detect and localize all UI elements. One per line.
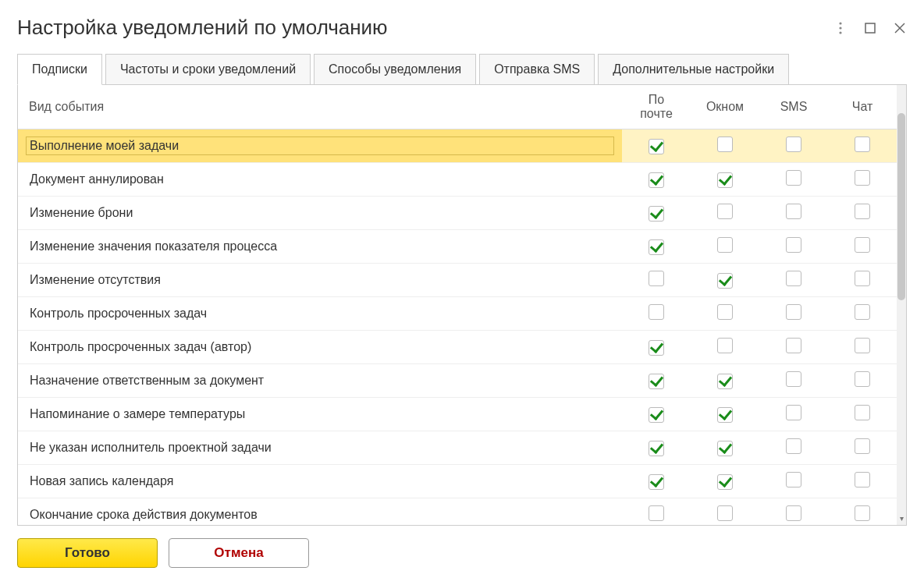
sms-checkbox[interactable]: [786, 472, 801, 488]
header-event[interactable]: Вид события: [18, 85, 622, 129]
window-checkbox[interactable]: [717, 407, 733, 423]
footer: Готово Отмена: [17, 538, 907, 568]
close-icon[interactable]: [893, 21, 907, 35]
window-checkbox[interactable]: [717, 172, 733, 188]
header-email[interactable]: По почте: [622, 85, 691, 129]
email-checkbox[interactable]: [649, 340, 664, 356]
sms-checkbox[interactable]: [786, 271, 801, 286]
window-checkbox[interactable]: [717, 304, 733, 320]
tab-4[interactable]: Дополнительные настройки: [598, 54, 789, 84]
chat-checkbox[interactable]: [855, 204, 870, 219]
maximize-icon[interactable]: [863, 21, 877, 35]
scrollbar-thumb[interactable]: [897, 113, 905, 300]
email-checkbox[interactable]: [649, 239, 664, 255]
table-row[interactable]: Окончание срока действия документов: [18, 498, 897, 526]
sms-checkbox[interactable]: [786, 338, 801, 353]
tab-0[interactable]: Подписки: [17, 54, 102, 85]
chat-checkbox[interactable]: [855, 170, 870, 186]
sms-checkbox[interactable]: [786, 405, 801, 420]
email-checkbox[interactable]: [649, 407, 664, 423]
window-checkbox[interactable]: [717, 474, 733, 490]
email-checkbox[interactable]: [649, 271, 664, 286]
tab-1[interactable]: Частоты и сроки уведомлений: [105, 54, 311, 84]
header-sms[interactable]: SMS: [759, 85, 828, 129]
header-chat[interactable]: Чат: [828, 85, 897, 129]
chat-checkbox[interactable]: [855, 438, 870, 454]
email-checkbox[interactable]: [649, 139, 664, 154]
table-row[interactable]: Напоминание о замере температуры: [18, 398, 897, 431]
email-checkbox[interactable]: [649, 374, 664, 389]
window-checkbox[interactable]: [717, 204, 733, 219]
ok-button[interactable]: Готово: [17, 538, 158, 568]
table-row[interactable]: Новая запись календаря: [18, 465, 897, 498]
email-checkbox[interactable]: [649, 505, 664, 521]
window-cell: [691, 364, 759, 398]
sms-checkbox[interactable]: [786, 170, 801, 186]
chat-checkbox[interactable]: [855, 304, 870, 320]
window-checkbox[interactable]: [717, 441, 733, 456]
table-row[interactable]: Документ аннулирован: [18, 163, 897, 197]
window-checkbox[interactable]: [717, 237, 733, 253]
scrollbar-down-arrow[interactable]: ▾: [897, 512, 906, 523]
event-cell[interactable]: Напоминание о замере температуры: [18, 398, 622, 431]
sms-checkbox[interactable]: [786, 371, 801, 387]
sms-checkbox[interactable]: [786, 237, 801, 253]
tab-2[interactable]: Способы уведомления: [314, 54, 476, 84]
window-checkbox[interactable]: [717, 374, 733, 389]
table-row[interactable]: Назначение ответственным за документ: [18, 364, 897, 398]
window-cell: [691, 230, 759, 264]
kebab-menu-icon[interactable]: [833, 21, 848, 35]
email-cell: [622, 264, 691, 297]
table-row[interactable]: Не указан исполнитель проектной задачи: [18, 431, 897, 465]
sms-checkbox[interactable]: [786, 304, 801, 320]
event-cell[interactable]: Новая запись календаря: [18, 465, 622, 498]
window-checkbox[interactable]: [717, 273, 733, 289]
table-row[interactable]: Выполнение моей задачи: [18, 129, 897, 163]
event-cell[interactable]: Изменение брони: [18, 197, 622, 230]
event-label: Назначение ответственным за документ: [29, 371, 611, 390]
window-checkbox[interactable]: [717, 505, 733, 521]
chat-checkbox[interactable]: [855, 136, 870, 152]
event-cell[interactable]: Изменение значения показателя процесса: [18, 230, 622, 264]
email-checkbox[interactable]: [649, 172, 664, 188]
email-checkbox[interactable]: [649, 441, 664, 456]
event-cell[interactable]: Не указан исполнитель проектной задачи: [18, 431, 622, 465]
window-checkbox[interactable]: [717, 136, 733, 152]
event-cell[interactable]: Окончание срока действия документов: [18, 498, 622, 526]
chat-checkbox[interactable]: [855, 505, 870, 521]
chat-checkbox[interactable]: [855, 338, 870, 353]
event-cell[interactable]: Изменение отсутствия: [18, 264, 622, 297]
sms-checkbox[interactable]: [786, 505, 801, 521]
event-cell[interactable]: Выполнение моей задачи: [18, 129, 622, 163]
table-row[interactable]: Контроль просроченных задач (автор): [18, 331, 897, 364]
cancel-button[interactable]: Отмена: [169, 538, 309, 568]
table-row[interactable]: Изменение отсутствия: [18, 264, 897, 297]
svg-point-2: [839, 31, 841, 34]
chat-cell: [828, 129, 897, 163]
sms-cell: [759, 364, 828, 398]
chat-checkbox[interactable]: [855, 237, 870, 253]
table-row[interactable]: Изменение значения показателя процесса: [18, 230, 897, 264]
chat-checkbox[interactable]: [855, 371, 870, 387]
vertical-scrollbar[interactable]: ▾: [897, 85, 906, 525]
event-label: Изменение значения показателя процесса: [29, 237, 611, 256]
sms-checkbox[interactable]: [786, 204, 801, 219]
table-row[interactable]: Контроль просроченных задач: [18, 297, 897, 331]
tab-3[interactable]: Отправка SMS: [479, 54, 595, 84]
event-cell[interactable]: Контроль просроченных задач: [18, 297, 622, 331]
sms-checkbox[interactable]: [786, 136, 801, 152]
email-checkbox[interactable]: [649, 304, 664, 320]
table-row[interactable]: Изменение брони: [18, 197, 897, 230]
event-cell[interactable]: Контроль просроченных задач (автор): [18, 331, 622, 364]
email-checkbox[interactable]: [649, 474, 664, 490]
window-cell: [691, 197, 759, 230]
event-cell[interactable]: Документ аннулирован: [18, 163, 622, 197]
sms-checkbox[interactable]: [786, 438, 801, 454]
window-checkbox[interactable]: [717, 338, 733, 353]
header-window[interactable]: Окном: [691, 85, 759, 129]
chat-checkbox[interactable]: [855, 271, 870, 286]
event-cell[interactable]: Назначение ответственным за документ: [18, 364, 622, 398]
chat-checkbox[interactable]: [855, 472, 870, 488]
email-checkbox[interactable]: [649, 206, 664, 222]
chat-checkbox[interactable]: [855, 405, 870, 420]
